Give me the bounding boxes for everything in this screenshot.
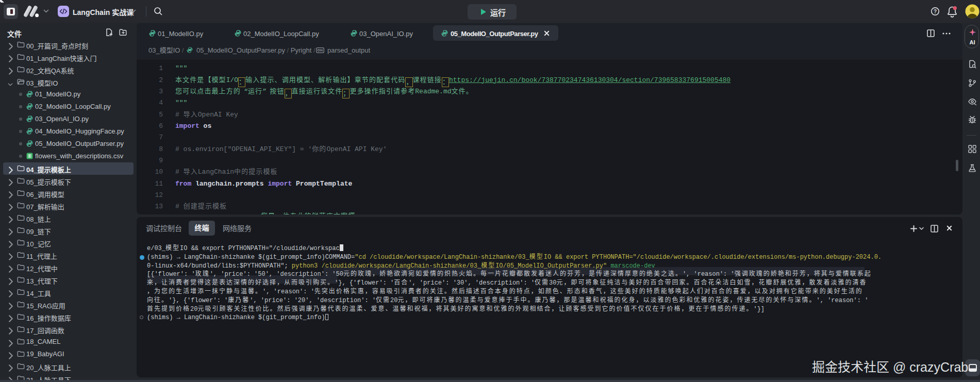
svg-text:?: ? [934, 9, 937, 14]
